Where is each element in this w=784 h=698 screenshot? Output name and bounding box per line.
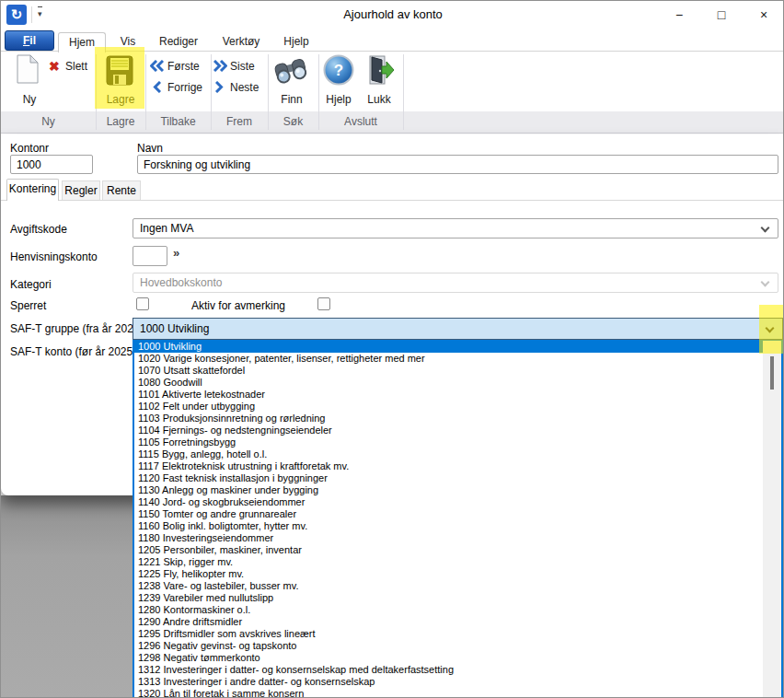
dropdown-option[interactable]: 1320 Lån til foretak i samme konsern	[134, 688, 781, 698]
aktiv-for-avmerking-checkbox[interactable]	[317, 297, 330, 310]
dropdown-option[interactable]: 1103 Produksjonsinnretning og rørledning	[134, 413, 781, 425]
last-button-label[interactable]: Siste	[230, 60, 255, 73]
group-label-sok: Søk	[268, 115, 318, 128]
new-button-label: Ny	[6, 93, 52, 106]
dropdown-option[interactable]: 1239 Varebiler med nullutslipp	[134, 592, 781, 604]
tab-rediger[interactable]: Rediger	[150, 32, 207, 52]
dropdown-scrollbar-thumb[interactable]	[770, 356, 774, 390]
new-document-icon	[16, 54, 40, 84]
ribbon-toolbar: Ny ✖ Slett Lagre Første	[1, 52, 784, 134]
kontonr-label: Kontonr	[10, 142, 49, 155]
saft-gruppe-select[interactable]: 1000 Utvikling	[133, 318, 783, 340]
dropdown-option[interactable]: 1180 Investeringseiendommer	[134, 532, 781, 544]
dropdown-option[interactable]: 1101 Aktiverte letekostnader	[134, 389, 781, 401]
navn-input[interactable]	[137, 155, 778, 174]
tab-regler[interactable]: Regler	[62, 180, 100, 201]
dropdown-option[interactable]: 1313 Investeringer i andre datter- og ko…	[134, 676, 781, 688]
henvisningskonto-lookup-button[interactable]: »	[173, 246, 179, 260]
dropdown-option[interactable]: 1295 Driftsmidler som avskrives lineært	[134, 628, 781, 640]
floppy-disk-icon	[106, 55, 133, 86]
avgiftskode-value: Ingen MVA	[140, 222, 193, 235]
saft-gruppe-value: 1000 Utvikling	[140, 322, 209, 335]
aktiv-for-avmerking-label: Aktiv for avmerking	[191, 299, 285, 312]
tab-vis[interactable]: Vis	[108, 32, 148, 52]
dropdown-option[interactable]: 1102 Felt under utbygging	[134, 401, 781, 413]
chevron-down-icon	[761, 224, 770, 233]
ribbon-tab-strip: Fil Hjem Vis Rediger Verktøy Hjelp	[1, 29, 784, 52]
dropdown-option[interactable]: 1115 Bygg, anlegg, hotell o.l.	[134, 448, 781, 460]
dropdown-option[interactable]: 1205 Personbiler, maskiner, inventar	[134, 544, 781, 556]
delete-icon: ✖	[49, 59, 60, 74]
dropdown-option[interactable]: 1221 Skip, rigger mv.	[134, 556, 781, 568]
henvisningskonto-label: Henvisningskonto	[10, 250, 98, 263]
chevrons-left-icon	[150, 60, 164, 72]
tab-kontering[interactable]: Kontering	[6, 179, 59, 201]
tab-hjem[interactable]: Hjem	[58, 32, 106, 52]
avgiftskode-label: Avgiftskode	[10, 223, 67, 236]
chevron-left-icon	[153, 81, 161, 93]
dropdown-option[interactable]: 1105 Forretningsbygg	[134, 436, 781, 448]
group-label-ny: Ny	[1, 115, 96, 128]
maximize-button[interactable]: □	[700, 1, 743, 29]
sperret-checkbox[interactable]	[136, 297, 149, 310]
dropdown-option[interactable]: 1117 Elektroteknisk utrustning i kraftfo…	[134, 460, 781, 472]
first-button[interactable]	[150, 59, 164, 76]
dropdown-scrollbar[interactable]	[763, 341, 781, 697]
dropdown-option[interactable]: 1070 Utsatt skattefordel	[134, 365, 781, 377]
group-label-avslutt: Avslutt	[318, 115, 403, 128]
find-button-label: Finn	[270, 93, 314, 106]
exit-button-label: Lukk	[358, 93, 400, 106]
dropdown-option[interactable]: 1020 Varige konsesjoner, patenter, lisen…	[134, 353, 781, 365]
new-button[interactable]	[16, 54, 43, 87]
avgiftskode-select[interactable]: Ingen MVA	[133, 218, 778, 238]
dropdown-option[interactable]: 1104 Fjernings- og nedstengningseiendele…	[134, 425, 781, 436]
dropdown-option[interactable]: 1296 Negativ gevinst- og tapskonto	[134, 640, 781, 652]
tab-fil[interactable]: Fil	[5, 30, 54, 51]
dropdown-option[interactable]: 1140 Jord- og skogbrukseiendommer	[134, 496, 781, 508]
delete-button[interactable]: Slett	[65, 60, 87, 73]
find-button[interactable]	[273, 55, 308, 90]
exit-button[interactable]	[363, 54, 395, 89]
dropdown-option[interactable]: 1130 Anlegg og maskiner under bygging	[134, 484, 781, 496]
minimize-button[interactable]: −	[658, 1, 700, 29]
kategori-value: Hovedbokskonto	[140, 276, 222, 289]
tab-verktoy[interactable]: Verktøy	[211, 32, 271, 52]
dropdown-option[interactable]: 1000 Utvikling	[134, 341, 781, 353]
dropdown-option[interactable]: 1298 Negativ tømmerkonto	[134, 652, 781, 664]
tab-strip-line	[1, 200, 784, 201]
help-button[interactable]: ?	[323, 54, 354, 89]
next-button[interactable]	[215, 80, 224, 97]
chevron-down-icon	[761, 278, 770, 287]
svg-text:?: ?	[334, 62, 343, 79]
titlebar: ↻ ▾ Ajourhold av konto − □ ×	[1, 1, 784, 29]
help-button-label: Hjelp	[317, 93, 360, 106]
close-button[interactable]: ×	[743, 1, 784, 29]
previous-button[interactable]	[153, 80, 161, 97]
tab-rente[interactable]: Rente	[102, 180, 141, 201]
kategori-select: Hovedbokskonto	[133, 273, 778, 293]
dropdown-option[interactable]: 1080 Goodwill	[134, 377, 781, 389]
dropdown-option[interactable]: 1312 Investeringer i datter- og konserns…	[134, 664, 781, 676]
dropdown-option[interactable]: 1290 Andre driftsmidler	[134, 616, 781, 628]
tab-fil-label: Fil	[6, 31, 53, 50]
kontonr-input[interactable]	[10, 155, 93, 174]
binoculars-icon	[273, 55, 308, 87]
saft-gruppe-dropdown-list[interactable]: 1000 Utvikling1020 Varige konsesjoner, p…	[133, 340, 783, 698]
dropdown-option[interactable]: 1160 Bolig inkl. boligtomter, hytter mv.	[134, 520, 781, 532]
tab-hjelp[interactable]: Hjelp	[273, 32, 319, 52]
save-button-label: Lagre	[97, 93, 144, 106]
henvisningskonto-input[interactable]	[133, 246, 167, 266]
dropdown-option[interactable]: 1150 Tomter og andre grunnarealer	[134, 508, 781, 520]
group-separator	[403, 54, 404, 130]
dropdown-option[interactable]: 1225 Fly, helikopter mv.	[134, 568, 781, 580]
first-button-label[interactable]: Første	[167, 60, 200, 73]
save-button[interactable]	[106, 55, 133, 86]
last-button[interactable]	[213, 59, 227, 76]
chevron-down-icon	[766, 324, 775, 333]
dropdown-option[interactable]: 1120 Fast teknisk installasjon i byggnin…	[134, 472, 781, 484]
next-button-label[interactable]: Neste	[230, 81, 259, 94]
exit-door-icon	[363, 54, 395, 86]
dropdown-option[interactable]: 1280 Kontormaskiner o.l.	[134, 604, 781, 616]
dropdown-option[interactable]: 1238 Vare- og lastebiler, busser mv.	[134, 580, 781, 592]
previous-button-label[interactable]: Forrige	[167, 81, 202, 94]
